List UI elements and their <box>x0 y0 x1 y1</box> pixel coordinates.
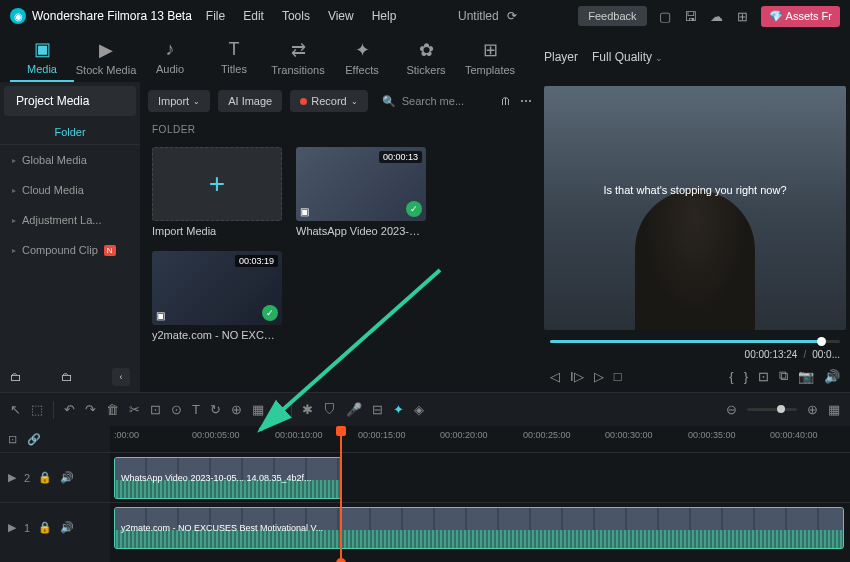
cloud-icon[interactable]: ☁ <box>709 8 725 24</box>
redo-icon[interactable]: ↷ <box>85 402 96 417</box>
zoom-knob[interactable] <box>777 405 785 413</box>
clip-y2mate[interactable]: y2mate.com - NO EXCUSES Best Motivationa… <box>114 507 844 549</box>
sidebar-item-adjustment[interactable]: ▸Adjustment La... <box>0 205 140 235</box>
new-folder-icon[interactable]: 🗀 <box>10 370 22 384</box>
link-icon[interactable]: ⊕ <box>231 402 242 417</box>
titles-icon: T <box>229 39 240 60</box>
import-dropdown[interactable]: Import ⌄ <box>148 90 210 112</box>
tab-titles[interactable]: TTitles <box>202 32 266 82</box>
progress-knob[interactable] <box>817 337 826 346</box>
ai-icon[interactable]: ✦ <box>393 402 404 417</box>
track-2[interactable]: WhatsApp Video 2023-10-05... 14.08.35_4b… <box>110 452 850 502</box>
rotate-icon[interactable]: ↻ <box>210 402 221 417</box>
delete-icon[interactable]: 🗑 <box>106 402 119 417</box>
sidebar-header[interactable]: Project Media <box>4 86 136 116</box>
player-progress[interactable] <box>550 340 840 343</box>
subtitle-text: Is that what's stopping you right now? <box>603 184 786 196</box>
track-1[interactable]: y2mate.com - NO EXCUSES Best Motivationa… <box>110 502 850 552</box>
record-dropdown[interactable]: Record ⌄ <box>290 90 367 112</box>
marker-icon[interactable]: ◈ <box>414 402 424 417</box>
tab-stock-media[interactable]: ▶Stock Media <box>74 32 138 82</box>
media-item[interactable]: 00:03:19 ▣ ✓ y2mate.com - NO EXCUSES ... <box>152 251 282 341</box>
search-input[interactable]: 🔍Search me... <box>376 95 492 108</box>
frame-back-button[interactable]: I▷ <box>570 369 584 384</box>
tab-audio[interactable]: ♪Audio <box>138 32 202 82</box>
view-grid-icon[interactable]: ▦ <box>828 402 840 417</box>
playhead[interactable] <box>340 426 342 562</box>
menu-view[interactable]: View <box>328 9 354 23</box>
volume-icon[interactable]: 🔊 <box>824 369 840 384</box>
ai-image-button[interactable]: AI Image <box>218 90 282 112</box>
tab-stickers[interactable]: ✿Stickers <box>394 32 458 82</box>
menu-tools[interactable]: Tools <box>282 9 310 23</box>
filter-icon[interactable]: ⫙ <box>500 94 512 108</box>
tab-transitions[interactable]: ⇄Transitions <box>266 32 330 82</box>
ruler-mark: 00:00:30:00 <box>605 430 653 440</box>
feedback-button[interactable]: Feedback <box>578 6 646 26</box>
more-icon[interactable]: ⋯ <box>520 94 532 108</box>
import-media-tile[interactable]: + Import Media <box>152 147 282 237</box>
time-ruler[interactable]: :00:00 00:00:05:00 00:00:10:00 00:00:15:… <box>110 426 850 452</box>
player-viewport[interactable]: Is that what's stopping you right now? <box>544 86 846 330</box>
play-button[interactable]: ▷ <box>594 369 604 384</box>
mark-out-button[interactable]: } <box>744 369 748 384</box>
folder-tab[interactable]: Folder <box>0 120 140 145</box>
display-icon[interactable]: ▢ <box>657 8 673 24</box>
stop-button[interactable]: □ <box>614 369 622 384</box>
detach-icon[interactable]: ⧉ <box>779 368 788 384</box>
color-icon[interactable]: ✱ <box>302 402 313 417</box>
folder-label: FOLDER <box>152 124 532 135</box>
split-icon[interactable]: ✂ <box>129 402 140 417</box>
speed-icon[interactable]: ⊙ <box>171 402 182 417</box>
tab-effects[interactable]: ✦Effects <box>330 32 394 82</box>
menu-file[interactable]: File <box>206 9 225 23</box>
clip-label: WhatsApp Video 2023-10-05... 14.08.35_4b… <box>121 473 311 483</box>
save-icon[interactable]: 🖫 <box>683 8 699 24</box>
link-toggle-icon[interactable]: 🔗 <box>27 433 41 446</box>
sidebar-item-cloud[interactable]: ▸Cloud Media <box>0 175 140 205</box>
chevron-down-icon: ⌄ <box>655 53 663 63</box>
more-tools-icon[interactable]: » <box>274 402 281 417</box>
timeline-settings-icon[interactable]: ⊡ <box>8 433 17 446</box>
text-icon[interactable]: T <box>192 402 200 417</box>
menu-edit[interactable]: Edit <box>243 9 264 23</box>
mixer-icon[interactable]: ⊟ <box>372 402 383 417</box>
tab-templates[interactable]: ⊞Templates <box>458 32 522 82</box>
crop-tool-icon[interactable]: ⊡ <box>150 402 161 417</box>
plus-icon: + <box>209 168 225 200</box>
tab-media[interactable]: ▣Media <box>10 32 74 82</box>
apps-icon[interactable]: ⊞ <box>735 8 751 24</box>
timeline-options: ⊡ 🔗 <box>0 426 110 452</box>
new-bin-icon[interactable]: 🗀 <box>61 370 73 384</box>
mark-in-button[interactable]: { <box>729 369 733 384</box>
media-item[interactable]: 00:00:13 ▣ ✓ WhatsApp Video 2023-10-05..… <box>296 147 426 237</box>
snapshot-icon[interactable]: 📷 <box>798 369 814 384</box>
video-type-icon: ▣ <box>300 206 309 217</box>
shield-icon[interactable]: ⛉ <box>323 402 336 417</box>
group-icon[interactable]: ▦ <box>252 402 264 417</box>
crop-icon[interactable]: ⊡ <box>758 369 769 384</box>
select-tool-icon[interactable]: ⬚ <box>31 402 43 417</box>
menu-help[interactable]: Help <box>372 9 397 23</box>
collapse-sidebar-button[interactable]: ‹ <box>112 368 130 386</box>
check-icon: ✓ <box>262 305 278 321</box>
lock-icon[interactable]: 🔒 <box>38 521 52 534</box>
lock-icon[interactable]: 🔒 <box>38 471 52 484</box>
undo-icon[interactable]: ↶ <box>64 402 75 417</box>
sync-icon[interactable]: ⟳ <box>507 9 517 23</box>
mute-icon[interactable]: 🔊 <box>60 521 74 534</box>
zoom-slider[interactable] <box>747 408 797 411</box>
assets-button[interactable]: 💎 Assets Fr <box>761 6 840 27</box>
prev-button[interactable]: ◁ <box>550 369 560 384</box>
pointer-tool-icon[interactable]: ↖ <box>10 402 21 417</box>
clip-whatsapp[interactable]: WhatsApp Video 2023-10-05... 14.08.35_4b… <box>114 457 342 499</box>
sidebar-item-compound[interactable]: ▸Compound ClipN <box>0 235 140 265</box>
player-label: Player <box>544 50 578 64</box>
tracks-area[interactable]: :00:00 00:00:05:00 00:00:10:00 00:00:15:… <box>110 426 850 562</box>
quality-dropdown[interactable]: Full Quality ⌄ <box>592 50 663 64</box>
zoom-out-icon[interactable]: ⊖ <box>726 402 737 417</box>
mute-icon[interactable]: 🔊 <box>60 471 74 484</box>
sidebar-item-global[interactable]: ▸Global Media <box>0 145 140 175</box>
mic-icon[interactable]: 🎤 <box>346 402 362 417</box>
zoom-in-icon[interactable]: ⊕ <box>807 402 818 417</box>
